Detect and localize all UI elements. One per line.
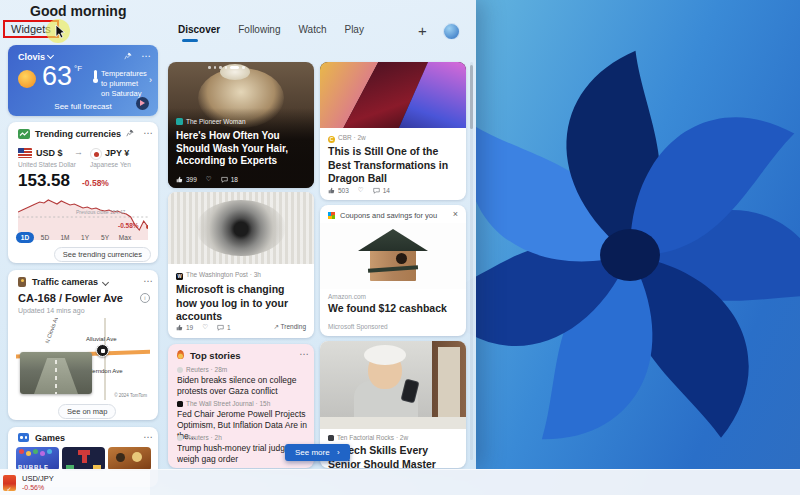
- news-card-microsoft[interactable]: WThe Washington Post · 3h Microsoft is c…: [168, 192, 314, 338]
- more-menu-icon[interactable]: …: [143, 273, 154, 284]
- article-title[interactable]: This is Still One of the Best Transforma…: [328, 145, 460, 186]
- game-thumb-tetris[interactable]: [62, 447, 105, 471]
- see-trending-currencies-button[interactable]: See trending currencies: [54, 247, 151, 262]
- source-logo: [328, 435, 334, 441]
- games-dot1: [20, 436, 23, 439]
- source-meta[interactable]: The Washington Post · 3h: [186, 271, 261, 278]
- trending-tag[interactable]: Trending: [281, 323, 306, 330]
- comment-icon[interactable]: [373, 187, 380, 194]
- weather-temperature: 63: [42, 61, 72, 92]
- coupons-card[interactable]: Coupons and savings for you × Amazon.com…: [320, 205, 466, 336]
- flame-icon: [177, 350, 184, 359]
- info-icon[interactable]: i: [140, 293, 150, 303]
- white-hair: [364, 345, 406, 365]
- traffic-widget[interactable]: Traffic cameras … CA-168 / Fowler Ave i …: [8, 270, 158, 420]
- article-title[interactable]: Microsoft is changing how you log in to …: [176, 283, 308, 324]
- currency-from-name: United States Dollar: [18, 161, 76, 168]
- thumbs-up-icon[interactable]: [176, 176, 183, 183]
- camera-thumbnail[interactable]: [20, 352, 92, 394]
- feed-scrollbar[interactable]: [470, 62, 473, 460]
- thumbs-up-icon[interactable]: [328, 187, 335, 194]
- weather-unit: °F: [74, 64, 82, 73]
- traffic-title[interactable]: Traffic cameras: [32, 277, 98, 287]
- pin-icon[interactable]: [124, 52, 132, 60]
- heart-icon[interactable]: ♡: [202, 323, 208, 331]
- profile-avatar[interactable]: [443, 23, 460, 40]
- heart-icon[interactable]: ♡: [358, 186, 364, 194]
- more-menu-icon[interactable]: …: [299, 346, 310, 357]
- range-max[interactable]: Max: [116, 232, 134, 243]
- game-thumb-bubble[interactable]: BUBBLE: [16, 447, 59, 471]
- tab-following[interactable]: Following: [238, 24, 280, 35]
- chevron-right-icon: ›: [337, 448, 340, 457]
- chevron-down-icon[interactable]: [102, 279, 109, 286]
- char2: [132, 452, 142, 462]
- coupon-title[interactable]: We found $12 cashback: [328, 302, 447, 314]
- rate-change: -0.58%: [82, 178, 109, 188]
- tetris-stem: [82, 455, 87, 463]
- map-label-alluvial: Alluvial Ave: [86, 336, 117, 342]
- radar-icon[interactable]: [136, 97, 149, 110]
- camera-marker[interactable]: [96, 344, 109, 357]
- carousel-dots[interactable]: [208, 66, 245, 69]
- traffic-map[interactable]: Alluvial Ave Herndon Ave N Clovis Ave © …: [16, 318, 150, 400]
- see-on-map-button[interactable]: See on map: [58, 404, 116, 419]
- char1: [116, 453, 125, 462]
- comment-icon[interactable]: [217, 324, 224, 331]
- chart-change-label: -0.58%: [118, 222, 139, 229]
- source-meta[interactable]: CBR · 2w: [338, 134, 366, 141]
- range-1y[interactable]: 1Y: [76, 232, 94, 243]
- road-line: [104, 318, 106, 400]
- pagination-dots[interactable]: [18, 254, 48, 263]
- like-count: 399: [186, 176, 197, 183]
- game-thumb-arcade[interactable]: [108, 447, 151, 471]
- news-card-hair[interactable]: The Pioneer Woman Here's How Often You S…: [168, 62, 314, 188]
- range-1d[interactable]: 1D: [16, 232, 34, 243]
- currencies-widget[interactable]: Trending currencies … USD $ → JPY ¥ Unit…: [8, 122, 158, 263]
- see-more-button[interactable]: See more ›: [285, 444, 350, 461]
- widgets-panel: Good morning Widgets + Discover Followin…: [0, 0, 476, 469]
- pin-icon[interactable]: [126, 129, 134, 137]
- tab-play[interactable]: Play: [344, 24, 363, 35]
- map-label-herndon: Herndon Ave: [88, 368, 123, 374]
- weather-widget[interactable]: Clovis … 63 °F Temperatures to plummet o…: [8, 45, 158, 116]
- tab-watch[interactable]: Watch: [299, 24, 327, 35]
- news-card-dragonball[interactable]: CCBR · 2w This is Still One of the Best …: [320, 62, 466, 200]
- range-5d[interactable]: 5D: [36, 232, 54, 243]
- article-title[interactable]: Here's How Often You Should Wash Your Ha…: [176, 130, 306, 168]
- weather-alert[interactable]: Temperatures to plummet on Saturday: [101, 69, 147, 98]
- more-menu-icon[interactable]: …: [141, 48, 152, 59]
- comment-count: 18: [231, 176, 238, 183]
- prev-close-label: Previous close 154.47: [76, 209, 125, 215]
- widgets-annotation-label: Widgets: [11, 23, 51, 35]
- stock-change: -0.56%: [22, 484, 44, 491]
- story-title[interactable]: Biden breaks silence on college protests…: [177, 375, 307, 397]
- source-meta[interactable]: Ten Factorial Rocks · 2w: [337, 434, 408, 441]
- currencies-icon: [18, 129, 30, 139]
- like-count: 19: [186, 324, 193, 331]
- chevron-right-icon[interactable]: ›: [149, 75, 152, 85]
- comment-icon[interactable]: [221, 176, 228, 183]
- tab-discover[interactable]: Discover: [178, 24, 220, 35]
- range-5y[interactable]: 5Y: [96, 232, 114, 243]
- source-name[interactable]: The Pioneer Woman: [186, 118, 246, 125]
- close-icon[interactable]: ×: [453, 209, 458, 219]
- add-widget-button[interactable]: +: [418, 22, 427, 39]
- us-flag-canton: [18, 148, 24, 153]
- scrollbar-thumb[interactable]: [470, 65, 473, 129]
- taskbar-stock-widget[interactable]: ✓ USD/JPY -0.56%: [0, 470, 150, 495]
- source-logo: [177, 435, 183, 441]
- camera-location: CA-168 / Fowler Ave: [18, 292, 123, 304]
- more-menu-icon[interactable]: …: [143, 429, 154, 440]
- range-1m[interactable]: 1M: [56, 232, 74, 243]
- traffic-camera-icon: [18, 277, 26, 287]
- stocks-icon: ✓: [3, 475, 16, 491]
- thumbs-up-icon[interactable]: [176, 324, 183, 331]
- source-logo: [176, 118, 183, 125]
- heart-icon[interactable]: ♡: [206, 175, 212, 183]
- more-menu-icon[interactable]: …: [143, 125, 154, 136]
- mouse-cursor-icon: [55, 25, 66, 39]
- coupons-header: Coupons and savings for you: [340, 211, 437, 220]
- camera-lens: [21, 279, 24, 282]
- currencies-title: Trending currencies: [35, 129, 121, 139]
